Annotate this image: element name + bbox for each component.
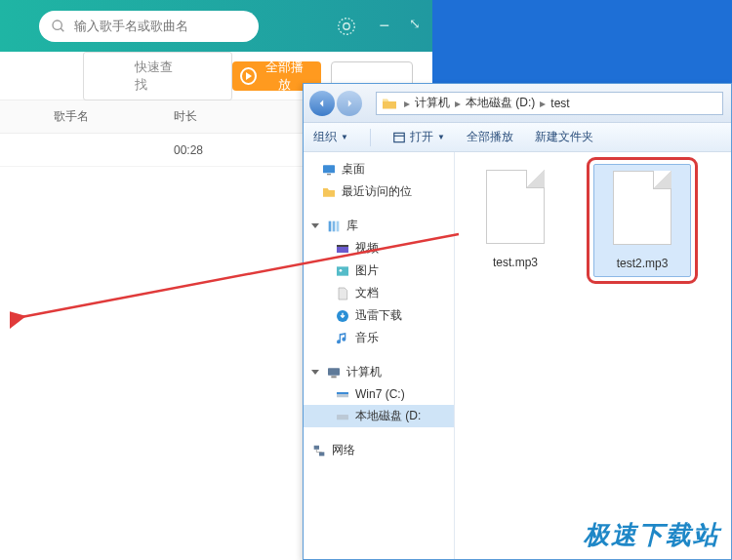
- search-input[interactable]: [74, 19, 240, 33]
- file-item[interactable]: test.mp3: [467, 164, 564, 275]
- minimize-button[interactable]: −: [379, 16, 389, 36]
- navigation-pane: 桌面 最近访问的位 库 视频 图片 文档 迅雷下载 音乐: [304, 152, 455, 559]
- explorer-titlebar: ▸ 计算机 ▸ 本地磁盘 (D:) ▸ test: [304, 84, 731, 123]
- svg-point-0: [53, 20, 61, 29]
- play-icon: [240, 67, 256, 85]
- toolbar-play-all[interactable]: 全部播放: [467, 129, 513, 145]
- svg-rect-7: [327, 174, 331, 175]
- svg-rect-22: [319, 452, 324, 456]
- svg-rect-8: [329, 220, 332, 231]
- svg-rect-9: [333, 220, 336, 231]
- svg-rect-12: [337, 245, 348, 247]
- breadcrumb-sep: ▸: [402, 97, 412, 110]
- breadcrumb-sep: ▸: [538, 97, 548, 110]
- breadcrumb-seg[interactable]: 计算机: [412, 95, 453, 111]
- nav-back-button[interactable]: [309, 91, 335, 116]
- desktop-background: [432, 0, 732, 83]
- desktop-icon: [321, 162, 337, 178]
- svg-rect-10: [337, 220, 340, 231]
- address-bar[interactable]: ▸ 计算机 ▸ 本地磁盘 (D:) ▸ test: [376, 92, 723, 115]
- tree-item-computer[interactable]: 计算机: [304, 361, 454, 383]
- svg-point-3: [344, 22, 349, 28]
- header-controls: − ⤡: [332, 12, 421, 41]
- arrow-left-icon: [315, 97, 329, 110]
- music-icon: [335, 331, 350, 346]
- toolbar-new-folder[interactable]: 新建文件夹: [535, 129, 593, 145]
- recent-icon: [321, 184, 337, 200]
- play-all-label: 全部播放: [263, 59, 307, 94]
- tree-item-video[interactable]: 视频: [304, 237, 454, 260]
- tree-item-xunlei[interactable]: 迅雷下载: [304, 304, 454, 327]
- tree-item-music[interactable]: 音乐: [304, 327, 454, 349]
- drive-icon: [335, 386, 350, 402]
- settings-button[interactable]: [332, 12, 361, 41]
- tree-item-desktop[interactable]: 桌面: [304, 158, 454, 180]
- explorer-body: 桌面 最近访问的位 库 视频 图片 文档 迅雷下载 音乐: [304, 152, 731, 559]
- music-app-header: − ⤡: [0, 0, 432, 52]
- file-thumbnail: [608, 171, 676, 249]
- tree-item-network[interactable]: 网络: [304, 439, 454, 461]
- tree-item-recent[interactable]: 最近访问的位: [304, 180, 454, 203]
- folder-icon: [381, 97, 398, 110]
- svg-rect-21: [314, 445, 319, 449]
- pin-button[interactable]: ⤡: [409, 16, 421, 36]
- file-label: test2.mp3: [600, 257, 684, 270]
- documents-icon: [335, 286, 350, 301]
- breadcrumb-sep: ▸: [453, 97, 463, 110]
- svg-rect-6: [323, 165, 335, 173]
- svg-point-2: [339, 18, 355, 34]
- toolbar-separator: [370, 129, 371, 146]
- file-label: test.mp3: [472, 256, 558, 269]
- arrow-right-icon: [343, 97, 356, 110]
- svg-line-1: [61, 28, 63, 31]
- download-icon: [335, 308, 350, 324]
- watermark: 极速下载站: [584, 518, 720, 552]
- expand-icon: [311, 370, 319, 375]
- svg-rect-13: [337, 266, 348, 275]
- file-item[interactable]: test2.mp3: [593, 164, 691, 277]
- svg-rect-17: [331, 376, 336, 378]
- file-pane[interactable]: test.mp3 test2.mp3: [455, 152, 731, 559]
- tree-item-d-drive[interactable]: 本地磁盘 (D:: [304, 405, 454, 427]
- network-icon: [311, 443, 327, 459]
- video-icon: [335, 241, 350, 257]
- svg-rect-4: [394, 133, 405, 141]
- computer-icon: [326, 365, 342, 380]
- tree-item-libraries[interactable]: 库: [304, 215, 454, 237]
- search-icon: [51, 19, 66, 34]
- tree-item-c-drive[interactable]: Win7 (C:): [304, 383, 454, 405]
- header-artist: 歌手名: [0, 108, 137, 125]
- cell-duration: 00:28: [137, 143, 254, 157]
- svg-point-14: [340, 269, 343, 272]
- tree-item-documents[interactable]: 文档: [304, 282, 454, 304]
- toolbar-open[interactable]: 打开 ▼: [392, 129, 445, 145]
- nav-forward-button[interactable]: [337, 91, 362, 116]
- breadcrumb-seg[interactable]: 本地磁盘 (D:): [463, 95, 538, 111]
- header-duration: 时长: [137, 108, 254, 125]
- svg-rect-20: [337, 415, 348, 420]
- svg-rect-19: [337, 392, 348, 394]
- file-explorer-window: ▸ 计算机 ▸ 本地磁盘 (D:) ▸ test 组织 ▼ 打开 ▼ 全部播放 …: [303, 83, 732, 560]
- pictures-icon: [335, 263, 350, 279]
- toolbar-organize[interactable]: 组织 ▼: [313, 129, 348, 145]
- file-thumbnail: [481, 170, 549, 248]
- drive-icon: [335, 409, 350, 424]
- tree-item-pictures[interactable]: 图片: [304, 260, 454, 282]
- window-icon: [392, 131, 406, 144]
- nav-buttons: [304, 91, 368, 116]
- explorer-toolbar: 组织 ▼ 打开 ▼ 全部播放 新建文件夹: [304, 123, 731, 152]
- breadcrumb-seg[interactable]: test: [548, 97, 572, 110]
- window-controls: − ⤡: [379, 16, 421, 36]
- library-icon: [326, 219, 342, 234]
- quick-find-button[interactable]: 快速查找: [83, 52, 232, 100]
- svg-rect-16: [328, 368, 340, 375]
- gear-icon: [336, 16, 357, 37]
- search-box[interactable]: [39, 11, 259, 42]
- expand-icon: [311, 223, 319, 228]
